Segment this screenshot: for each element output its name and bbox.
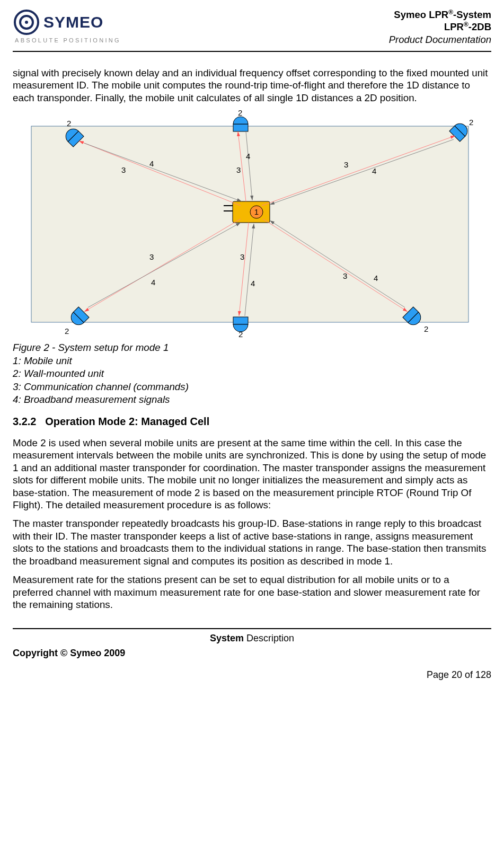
figure-2-svg: 1 (13, 110, 490, 338)
header-titles: Symeo LPR®-System LPR®-2DB Product Docum… (389, 8, 491, 46)
header-title2-post: -2DB (468, 21, 491, 32)
figure-caption-l4: 4: Broadband measurement signals (13, 393, 491, 406)
svg-rect-10 (233, 124, 248, 131)
header-title1-pre: Symeo LPR (394, 9, 448, 20)
svg-text:4: 4 (374, 273, 378, 283)
section-number: 3.2.2 (13, 416, 36, 427)
figure-2: 1 (13, 110, 491, 406)
svg-text:2: 2 (238, 330, 243, 338)
header-reg1: ® (448, 8, 453, 16)
figure-caption-l2: 2: Wall-mounted unit (13, 367, 491, 380)
page-number: Page 20 of 128 (13, 669, 491, 681)
header-rule (13, 51, 491, 52)
svg-text:3: 3 (149, 252, 154, 261)
svg-text:4: 4 (151, 278, 155, 287)
footer-center-bold: System (210, 633, 244, 643)
svg-text:4: 4 (372, 166, 376, 175)
figure-caption: Figure 2 - System setup for mode 1 1: Mo… (13, 341, 491, 406)
svg-text:2: 2 (424, 324, 428, 333)
svg-text:2: 2 (238, 110, 242, 117)
svg-text:2: 2 (67, 119, 71, 128)
svg-text:3: 3 (121, 165, 126, 174)
paragraph-intro: signal with precisely known delay and an… (13, 67, 491, 104)
svg-rect-13 (233, 317, 248, 324)
svg-text:4: 4 (251, 279, 255, 288)
header-reg2: ® (464, 21, 468, 28)
footer-center-rest: Description (244, 633, 294, 643)
footer-copyright: Copyright © Symeo 2009 (13, 647, 491, 659)
paragraph-mode2-a: Mode 2 is used when several mobile units… (13, 437, 491, 511)
header-title2-pre: LPR (444, 21, 464, 32)
section-title: Operation Mode 2: Managed Cell (45, 416, 209, 427)
footer-center: System Description (13, 632, 491, 645)
logo-main-text: SYMEO (43, 13, 103, 31)
section-heading-3-2-2: 3.2.2 Operation Mode 2: Managed Cell (13, 415, 491, 428)
svg-text:4: 4 (149, 159, 154, 168)
logo: SYMEO ABSOLUTE POSITIONING (13, 8, 129, 46)
logo-sub-text: ABSOLUTE POSITIONING (15, 37, 121, 43)
figure-caption-l3: 3: Communication channel (commands) (13, 381, 491, 393)
figure-caption-title: Figure 2 - System setup for mode 1 (13, 341, 491, 354)
header-title1-post: -System (453, 9, 491, 20)
paragraph-mode2-c: Measurement rate for the stations presen… (13, 574, 491, 611)
svg-text:2: 2 (65, 327, 69, 336)
footer-rule (13, 628, 491, 629)
symeo-logo-icon: SYMEO ABSOLUTE POSITIONING (13, 8, 129, 46)
svg-point-2 (25, 21, 28, 24)
svg-text:3: 3 (343, 271, 347, 280)
header-subtitle: Product Documentation (389, 33, 491, 46)
page-header: SYMEO ABSOLUTE POSITIONING Symeo LPR®-Sy… (13, 5, 491, 48)
svg-text:1: 1 (254, 207, 259, 216)
paragraph-mode2-b: The master transponder repeatedly broadc… (13, 517, 491, 567)
svg-text:3: 3 (344, 160, 348, 169)
figure-caption-l1: 1: Mobile unit (13, 355, 491, 367)
svg-text:3: 3 (240, 252, 244, 261)
svg-text:2: 2 (469, 118, 473, 127)
svg-text:4: 4 (246, 152, 250, 161)
svg-text:3: 3 (236, 165, 241, 174)
